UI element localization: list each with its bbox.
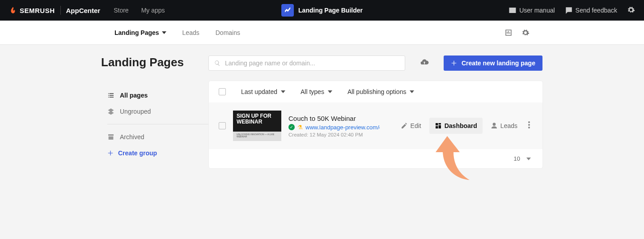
- brand-name: SEMRUSH: [20, 7, 55, 14]
- send-feedback-link[interactable]: Send feedback: [565, 6, 617, 14]
- app-title: Landing Page Builder: [298, 7, 363, 14]
- search-input[interactable]: [225, 60, 399, 67]
- dashboard-label: Dashboard: [445, 122, 477, 129]
- search-box[interactable]: [208, 55, 405, 71]
- tab-domains[interactable]: Domains: [216, 29, 240, 36]
- create-group-button[interactable]: Create group: [101, 145, 208, 161]
- person-icon: [491, 122, 498, 129]
- sidebar-item-all-pages[interactable]: All pages: [101, 87, 208, 103]
- svg-point-0: [528, 121, 530, 123]
- sidebar-list: All pages Ungrouped Archived Create grou…: [101, 87, 208, 161]
- sidebar-item-archived[interactable]: Archived: [101, 129, 208, 145]
- caret-down-icon: [281, 90, 285, 93]
- brand-logo[interactable]: SEMRUSH: [9, 6, 55, 14]
- more-vert-icon: [528, 121, 530, 128]
- filter-label: Last updated: [241, 88, 277, 95]
- cloud-icon: [420, 58, 429, 67]
- filter-publishing[interactable]: All publishing options: [347, 88, 415, 95]
- page-size[interactable]: 10: [514, 155, 520, 162]
- sidebar-item-ungrouped[interactable]: Ungrouped: [101, 103, 208, 120]
- plus-icon: [451, 60, 457, 66]
- caret-down-icon: [328, 90, 332, 93]
- thumb-sub: UNLOCKING INNOVATION — A LIVE WEBINAR: [233, 132, 281, 141]
- select-all-checkbox[interactable]: [219, 88, 226, 95]
- tab-leads[interactable]: Leads: [182, 29, 199, 36]
- edit-button[interactable]: Edit: [395, 118, 427, 134]
- create-button-label: Create new landing page: [462, 60, 535, 67]
- ab-test-icon: ⚗: [297, 124, 303, 131]
- subnav-actions: [504, 29, 530, 37]
- create-group-label: Create group: [118, 149, 157, 157]
- leads-label: Leads: [500, 122, 517, 129]
- more-menu-button[interactable]: [525, 119, 533, 133]
- caret-down-icon: [410, 90, 414, 93]
- plus-icon: [107, 150, 114, 156]
- archive-icon: [107, 133, 114, 141]
- settings-button[interactable]: [627, 6, 635, 15]
- pencil-icon: [401, 122, 408, 129]
- gear-icon: [627, 6, 635, 14]
- page-thumbnail[interactable]: SIGN UP FOR WEBINAR UNLOCKING INNOVATION…: [233, 111, 281, 141]
- row-title[interactable]: Couch to 50K Webinar: [288, 115, 388, 122]
- edit-label: Edit: [411, 122, 421, 129]
- list-icon: [107, 92, 114, 99]
- leads-button[interactable]: Leads: [485, 118, 523, 134]
- topbar-right: User manual Send feedback: [508, 6, 635, 15]
- thumb-line: WEBINAR: [237, 119, 278, 125]
- row-actions: Edit Dashboard Leads: [395, 118, 533, 134]
- caret-down-icon[interactable]: [526, 158, 531, 160]
- cloud-upload-button[interactable]: [420, 58, 429, 68]
- caret-down-icon: [162, 31, 166, 34]
- user-manual-label: User manual: [519, 7, 555, 14]
- send-feedback-label: Send feedback: [576, 7, 617, 14]
- topbar: SEMRUSH AppCenter Store My apps Landing …: [0, 0, 644, 21]
- row-checkbox[interactable]: [219, 122, 226, 129]
- dashboard-button[interactable]: Dashboard: [429, 118, 483, 134]
- search-icon: [214, 60, 220, 66]
- page-url-link[interactable]: www.landpage-preview.com/c: [305, 124, 380, 131]
- row-main: Couch to 50K Webinar ⚗ www.landpage-prev…: [288, 115, 388, 137]
- filter-last-updated[interactable]: Last updated: [241, 88, 285, 95]
- svg-point-1: [528, 124, 530, 126]
- published-badge-icon: [288, 124, 295, 130]
- sidebar-item-label: Archived: [120, 133, 144, 141]
- pagination: 10: [209, 149, 542, 168]
- dashboard-icon: [435, 122, 442, 129]
- main: Landing Pages All pages Ungrouped Archiv…: [0, 45, 644, 169]
- divider: [60, 6, 61, 15]
- thumb-text: SIGN UP FOR WEBINAR: [233, 111, 281, 124]
- subnav-tabs: Landing Pages Leads Domains: [114, 29, 240, 36]
- content: Create new landing page Last updated All…: [208, 55, 543, 169]
- filter-label: All types: [301, 88, 324, 95]
- landing-pages-panel: Last updated All types All publishing op…: [208, 81, 543, 169]
- current-app: Landing Page Builder: [281, 4, 363, 17]
- chat-icon: [565, 6, 573, 14]
- analytics-icon[interactable]: [504, 29, 513, 37]
- svg-point-2: [528, 127, 530, 128]
- filter-all-types[interactable]: All types: [301, 88, 332, 95]
- gear-icon[interactable]: [521, 29, 530, 37]
- top-controls: Create new landing page: [208, 55, 543, 71]
- book-icon: [508, 6, 517, 14]
- sidebar-item-label: All pages: [120, 92, 148, 99]
- divider: [107, 124, 208, 124]
- app-icon: [281, 4, 294, 17]
- filter-row: Last updated All types All publishing op…: [209, 81, 542, 102]
- tab-label: Landing Pages: [114, 29, 159, 36]
- nav-store[interactable]: Store: [114, 7, 128, 14]
- sidebar-item-label: Ungrouped: [120, 108, 151, 115]
- sidebar: Landing Pages All pages Ungrouped Archiv…: [0, 55, 208, 169]
- filter-label: All publishing options: [347, 88, 407, 95]
- appcenter-label[interactable]: AppCenter: [66, 7, 101, 14]
- thumb-line: SIGN UP FOR: [237, 113, 278, 119]
- semrush-icon: [9, 6, 17, 14]
- top-links: Store My apps: [114, 7, 165, 14]
- nav-myapps[interactable]: My apps: [141, 7, 165, 14]
- table-row: SIGN UP FOR WEBINAR UNLOCKING INNOVATION…: [209, 102, 542, 149]
- row-meta: ⚗ www.landpage-preview.com/c: [288, 124, 388, 131]
- created-label: Created: 12 May 2024 02:40 PM: [288, 132, 388, 137]
- tab-landing-pages[interactable]: Landing Pages: [114, 29, 166, 36]
- user-manual-link[interactable]: User manual: [508, 6, 555, 14]
- page-title: Landing Pages: [101, 55, 208, 69]
- create-landing-page-button[interactable]: Create new landing page: [444, 55, 542, 71]
